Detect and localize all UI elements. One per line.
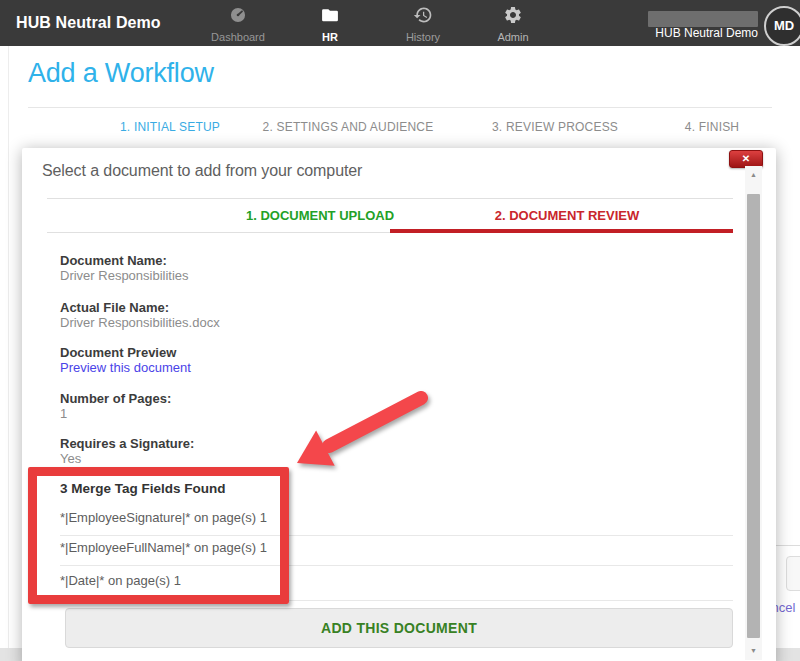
tab-document-review[interactable]: 2. DOCUMENT REVIEW	[495, 208, 639, 223]
field-label: Requires a Signature:	[60, 436, 194, 451]
background-footer-strip	[776, 648, 800, 661]
modal-scrollbar[interactable]: ▲ ▼	[745, 166, 762, 660]
scroll-up-icon[interactable]: ▲	[745, 166, 762, 184]
background-button-edge	[786, 556, 800, 591]
redacted-account-box	[648, 11, 758, 27]
background-divider	[776, 545, 800, 546]
modal-title: Select a document to add from your compu…	[42, 162, 362, 180]
field-label: Actual File Name:	[60, 300, 220, 315]
annotation-arrow	[283, 384, 433, 472]
account-name-label: HUB Neutral Demo	[655, 26, 758, 40]
field-actual-file-name: Actual File Name: Driver Responsibilitie…	[60, 300, 220, 330]
history-icon	[381, 5, 465, 29]
nav-label: History	[381, 31, 465, 43]
tabbar-divider	[47, 198, 733, 199]
nav-label: Admin	[471, 31, 555, 43]
field-value: Driver Responsibilities.docx	[60, 315, 220, 330]
brand-title: HUB Neutral Demo	[16, 0, 161, 46]
top-navbar: HUB Neutral Demo Dashboard HR History Ad…	[0, 0, 800, 46]
nav-item-dashboard[interactable]: Dashboard	[196, 5, 280, 43]
preview-document-link[interactable]: Preview this document	[60, 360, 191, 375]
title-divider	[28, 107, 772, 108]
wizard-step-settings-audience[interactable]: 2. SETTINGS AND AUDIENCE	[263, 120, 434, 134]
scrollbar-thumb[interactable]	[747, 194, 760, 638]
nav-item-history[interactable]: History	[381, 5, 465, 43]
background-footer-strip	[0, 648, 22, 661]
nav-label: Dashboard	[196, 31, 280, 43]
field-number-of-pages: Number of Pages: 1	[60, 391, 171, 421]
page-title: Add a Workflow	[28, 58, 214, 89]
scroll-down-icon[interactable]: ▼	[745, 642, 762, 660]
field-value: Yes	[60, 451, 194, 466]
field-label: Document Name:	[60, 253, 189, 268]
nav-item-admin[interactable]: Admin	[471, 5, 555, 43]
add-this-document-button[interactable]: ADD THIS DOCUMENT	[65, 608, 733, 648]
folder-icon	[288, 5, 372, 29]
active-tab-underline	[390, 229, 733, 233]
wizard-step-review-process[interactable]: 3. REVIEW PROCESS	[492, 120, 618, 134]
avatar[interactable]: MD	[764, 6, 800, 46]
field-requires-signature: Requires a Signature: Yes	[60, 436, 194, 466]
gauge-icon	[196, 5, 280, 29]
gear-icon	[471, 5, 555, 29]
nav-item-hr[interactable]: HR	[288, 5, 372, 43]
tab-document-upload[interactable]: 1. DOCUMENT UPLOAD	[246, 208, 394, 223]
field-label: Document Preview	[60, 345, 191, 360]
field-value: 1	[60, 406, 171, 421]
field-label: Number of Pages:	[60, 391, 171, 406]
field-document-preview: Document Preview Preview this document	[60, 345, 191, 375]
nav-label: HR	[288, 31, 372, 43]
field-value: Driver Responsibilities	[60, 268, 189, 283]
wizard-step-initial-setup[interactable]: 1. INITIAL SETUP	[120, 120, 220, 134]
field-document-name: Document Name: Driver Responsibilities	[60, 253, 189, 283]
wizard-step-finish[interactable]: 4. FINISH	[685, 120, 739, 134]
page-gutter-line	[8, 46, 9, 648]
annotation-highlight-rect	[28, 467, 289, 604]
